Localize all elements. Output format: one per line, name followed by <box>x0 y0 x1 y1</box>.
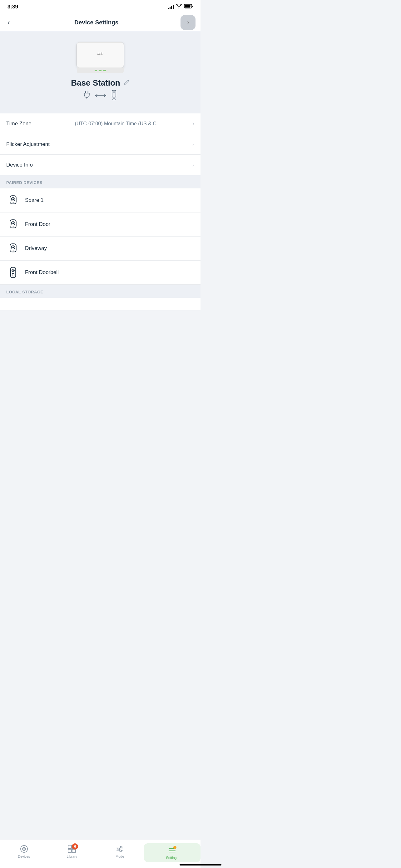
device-info-label: Device Info <box>6 162 33 168</box>
flicker-adjustment-row[interactable]: Flicker Adjustment › <box>0 134 201 155</box>
usb-icon <box>110 90 118 102</box>
status-time: 3:39 <box>7 4 18 10</box>
device-name-label: Front Doorbell <box>25 269 59 276</box>
ethernet-icon <box>95 92 106 100</box>
doorbell-icon-container <box>6 266 20 279</box>
local-storage-label: LOCAL STORAGE <box>6 290 43 294</box>
list-item[interactable]: Spare 1 <box>0 188 201 213</box>
svg-rect-25 <box>12 273 14 276</box>
page-title: Device Settings <box>12 19 180 26</box>
list-item[interactable]: Front Door <box>0 213 201 237</box>
device-info-row[interactable]: Device Info › <box>0 155 201 175</box>
power-icon <box>83 91 91 101</box>
svg-point-12 <box>12 198 14 200</box>
device-name-row: Base Station <box>71 78 130 88</box>
chevron-right-icon: › <box>192 162 194 168</box>
settings-list: Time Zone (UTC-07:00) Mountain Time (US … <box>0 114 201 175</box>
back-button[interactable]: ‹ <box>5 16 12 29</box>
device-status-icons <box>83 90 118 102</box>
paired-devices-label: PAIRED DEVICES <box>6 180 42 185</box>
device-name-label: Front Door <box>25 221 50 227</box>
forward-button[interactable]: › <box>180 15 196 30</box>
time-zone-label: Time Zone <box>6 121 32 127</box>
paired-devices-header: PAIRED DEVICES <box>0 175 201 188</box>
chevron-right-icon: › <box>187 19 189 26</box>
svg-rect-7 <box>113 92 115 92</box>
time-zone-value: (UTC-07:00) Mountain Time (US & C... <box>61 121 161 127</box>
svg-point-16 <box>12 222 14 224</box>
camera-icon-container <box>6 193 20 207</box>
device-name: Base Station <box>71 78 120 88</box>
svg-point-24 <box>12 270 13 271</box>
time-zone-row[interactable]: Time Zone (UTC-07:00) Mountain Time (US … <box>0 114 201 134</box>
device-image: arlo <box>75 39 125 73</box>
svg-rect-2 <box>85 91 86 93</box>
svg-point-20 <box>12 247 14 248</box>
paired-devices-list: Spare 1 Front Door <box>0 188 201 285</box>
camera-icon-container <box>6 217 20 231</box>
brand-label: arlo <box>97 52 103 56</box>
device-hero: arlo Base Station <box>0 31 201 111</box>
chevron-right-icon: › <box>192 120 194 127</box>
flicker-label: Flicker Adjustment <box>6 141 49 148</box>
device-name-label: Driveway <box>25 245 47 251</box>
status-bar: 3:39 <box>0 0 201 14</box>
status-icons <box>168 4 193 10</box>
camera-icon-container <box>6 242 20 255</box>
svg-point-21 <box>12 251 13 251</box>
battery-icon <box>184 4 193 10</box>
list-item[interactable]: Driveway <box>0 237 201 260</box>
chevron-right-icon: › <box>192 141 194 148</box>
device-name-label: Spare 1 <box>25 197 44 204</box>
signal-icon <box>168 5 174 9</box>
svg-rect-6 <box>112 90 116 97</box>
list-item[interactable]: Front Doorbell <box>0 260 201 285</box>
nav-header: ‹ Device Settings › <box>0 14 201 31</box>
edit-name-icon[interactable] <box>123 79 130 87</box>
wifi-icon <box>176 4 182 10</box>
svg-rect-3 <box>88 91 89 93</box>
svg-rect-1 <box>185 5 191 8</box>
svg-point-13 <box>12 203 13 204</box>
local-storage-header: LOCAL STORAGE <box>0 285 201 298</box>
svg-point-17 <box>12 226 13 227</box>
